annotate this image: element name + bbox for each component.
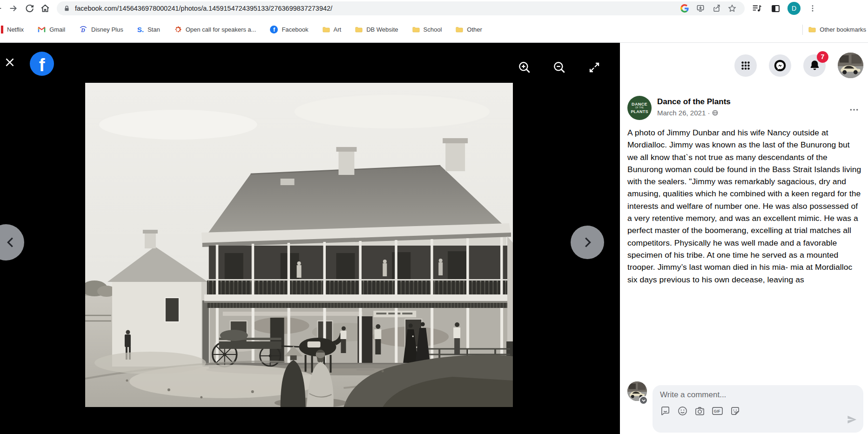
- notifications-button[interactable]: 7: [803, 54, 826, 77]
- comment-input[interactable]: [660, 390, 837, 400]
- zoom-in-icon: [518, 60, 532, 74]
- folder-icon: [808, 27, 816, 33]
- reload-icon: [25, 4, 34, 13]
- post-header: DANCE OF THE PLANTS Dance of the Plants …: [627, 96, 861, 120]
- bookmark-stan[interactable]: S. Stan: [137, 26, 160, 33]
- sticker-icon[interactable]: [730, 406, 740, 416]
- profile-avatar: D: [787, 2, 801, 15]
- apps-menu-button[interactable]: [734, 54, 757, 77]
- send-comment-button[interactable]: [847, 414, 857, 427]
- bookmark-folder-other[interactable]: Other: [456, 26, 482, 33]
- forward-arrow-icon: [8, 3, 19, 13]
- browser-profile-button[interactable]: D: [787, 1, 801, 16]
- install-app-button[interactable]: [693, 2, 708, 15]
- gmail-icon: [38, 27, 46, 33]
- google-g-icon: [680, 4, 689, 13]
- chevron-down-icon: [641, 398, 646, 403]
- bookmark-folder-db-website[interactable]: DB Website: [355, 26, 398, 33]
- browser-toolbar: facebook.com/1456436978000241/photos/a.1…: [0, 0, 868, 17]
- facebook-header-icons: 7: [734, 53, 863, 78]
- media-controls-button[interactable]: [749, 1, 764, 16]
- bookmark-facebook[interactable]: f Facebook: [270, 26, 308, 33]
- photo-hotel-mordialloc[interactable]: [85, 83, 513, 407]
- zoom-out-icon: [552, 60, 566, 74]
- home-icon: [40, 3, 50, 13]
- bookmark-open-call[interactable]: Open call for speakers a...: [174, 26, 256, 33]
- account-avatar-button[interactable]: [838, 53, 863, 78]
- close-icon: [4, 56, 16, 68]
- address-bar[interactable]: facebook.com/1456436978000241/photos/a.1…: [57, 1, 745, 15]
- bookmark-gmail[interactable]: Gmail: [38, 26, 65, 33]
- netflix-icon: [1, 26, 3, 33]
- svg-text:D: D: [81, 27, 85, 33]
- other-bookmarks-folder[interactable]: Other bookmarks: [808, 26, 866, 33]
- folder-icon: [355, 27, 363, 33]
- emoji-icon[interactable]: [677, 406, 688, 416]
- globe-icon: [712, 110, 718, 116]
- bookmark-star-button[interactable]: [724, 2, 740, 15]
- fullscreen-icon: [588, 61, 601, 74]
- bookmark-folder-art[interactable]: Art: [323, 26, 342, 33]
- folder-icon: [456, 27, 463, 33]
- photo-viewer: f: [0, 43, 620, 434]
- comment-composer: GIF: [627, 381, 863, 433]
- gif-icon[interactable]: GIF: [712, 406, 723, 416]
- page-avatar[interactable]: DANCE OF THE PLANTS: [627, 96, 652, 120]
- camera-icon[interactable]: [694, 406, 705, 416]
- home-button[interactable]: [37, 0, 53, 16]
- share-button[interactable]: [708, 2, 724, 15]
- previous-photo-button[interactable]: [0, 224, 24, 260]
- messenger-button[interactable]: [769, 54, 791, 77]
- messenger-icon: [774, 59, 787, 72]
- comment-input-pill[interactable]: GIF: [653, 385, 863, 433]
- close-viewer-button[interactable]: [2, 54, 18, 70]
- facebook-icon: f: [270, 26, 278, 33]
- post-text: A photo of Jimmy Dunbar and his wife Nan…: [627, 127, 861, 373]
- fullscreen-button[interactable]: [585, 58, 604, 77]
- bookmark-folder-school[interactable]: School: [412, 26, 442, 33]
- facebook-logo[interactable]: f: [30, 52, 54, 76]
- star-icon: [727, 4, 737, 13]
- side-panel-button[interactable]: [768, 1, 783, 16]
- back-button[interactable]: [0, 0, 6, 16]
- disney-plus-icon: D: [79, 26, 87, 33]
- bookmark-netflix[interactable]: Netflix: [1, 26, 24, 33]
- back-arrow-icon: [0, 3, 3, 13]
- avatar-sticker-icon[interactable]: [660, 406, 671, 416]
- google-search-button[interactable]: [677, 2, 693, 15]
- folder-icon: [412, 27, 420, 33]
- post-date[interactable]: March 26, 2021 ·: [657, 109, 710, 117]
- three-dots-icon: [808, 4, 817, 13]
- switch-identity-button[interactable]: [639, 396, 648, 405]
- zoom-out-button[interactable]: [550, 58, 569, 77]
- notification-badge: 7: [817, 51, 828, 63]
- chevron-right-icon: [580, 235, 595, 250]
- send-icon: [847, 414, 857, 425]
- url-text[interactable]: facebook.com/1456436978000241/photos/a.1…: [75, 5, 677, 12]
- apps-grid-icon: [740, 60, 751, 71]
- post-panel: 7 DANCE OF THE PLANTS Dance of the Plant…: [620, 43, 868, 434]
- gear-icon: [174, 26, 182, 33]
- side-panel-icon: [771, 4, 781, 13]
- ellipsis-icon: [849, 105, 859, 114]
- bookmarks-separator: [802, 25, 803, 35]
- browser-menu-button[interactable]: [805, 1, 820, 16]
- next-photo-button[interactable]: [571, 226, 604, 259]
- chevron-left-icon: [3, 235, 18, 250]
- forward-button[interactable]: [6, 0, 21, 16]
- svg-text:GIF: GIF: [714, 409, 720, 414]
- zoom-in-button[interactable]: [515, 58, 534, 77]
- account-avatar: [838, 53, 863, 78]
- install-download-icon: [696, 4, 705, 13]
- stan-icon: S.: [137, 26, 144, 33]
- playlist-music-icon: [752, 3, 762, 13]
- folder-icon: [323, 27, 330, 33]
- lock-icon: [63, 5, 70, 13]
- page-name-link[interactable]: Dance of the Plants: [657, 97, 731, 107]
- photo-image: [85, 83, 513, 407]
- reload-button[interactable]: [21, 0, 37, 16]
- post-options-button[interactable]: [847, 102, 861, 117]
- bookmark-disney-plus[interactable]: D Disney Plus: [79, 26, 123, 33]
- bookmarks-bar: Netflix Gmail D Disney Plus S. Stan Open…: [0, 17, 868, 43]
- share-icon: [712, 4, 721, 13]
